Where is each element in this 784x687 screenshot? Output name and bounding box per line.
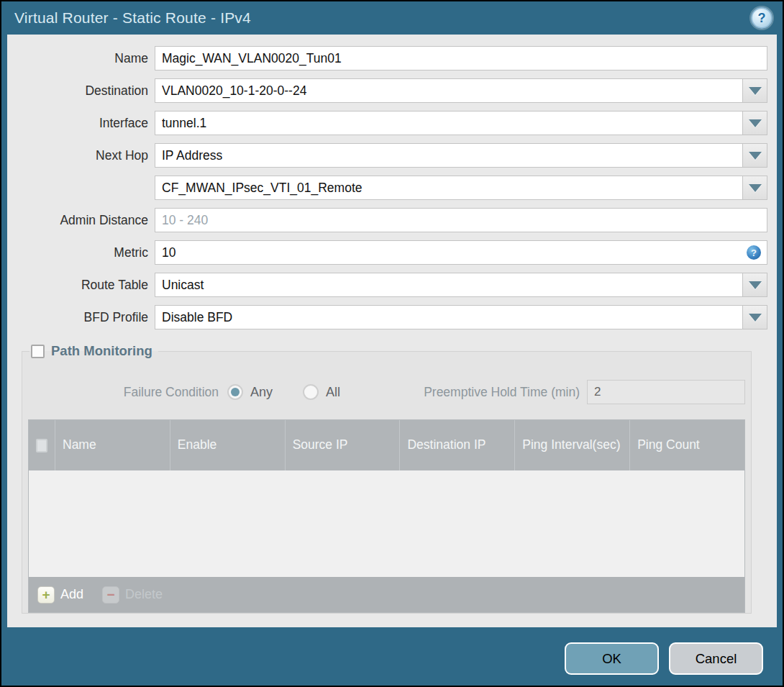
admin-distance-control xyxy=(155,208,767,232)
failure-condition-label: Failure Condition xyxy=(28,385,227,400)
table-header-select-cell xyxy=(29,420,55,470)
dialog-titlebar: Virtual Router - Static Route - IPv4 ? xyxy=(1,1,783,35)
ok-button[interactable]: OK xyxy=(565,642,659,675)
delete-button[interactable]: − Delete xyxy=(102,586,163,604)
destination-dropdown-button[interactable] xyxy=(743,78,767,103)
failure-any-radio[interactable] xyxy=(227,384,243,400)
admin-distance-input[interactable] xyxy=(155,208,767,232)
next-hop-type-input[interactable] xyxy=(155,143,743,168)
form-row-next-hop-address xyxy=(7,176,767,200)
add-button[interactable]: + Add xyxy=(37,586,83,604)
chevron-down-icon xyxy=(749,281,762,289)
cancel-button[interactable]: Cancel xyxy=(669,642,763,675)
table-body-empty xyxy=(29,470,744,577)
route-table-input[interactable] xyxy=(155,273,743,297)
table-header-name[interactable]: Name xyxy=(55,420,170,470)
metric-control: ? xyxy=(155,240,767,265)
name-label: Name xyxy=(7,51,155,66)
table-header-enable[interactable]: Enable xyxy=(170,420,285,470)
dialog-footer: OK Cancel xyxy=(1,627,783,686)
form-row-next-hop: Next Hop xyxy=(7,143,767,168)
path-monitoring-legend: Path Monitoring xyxy=(29,343,158,359)
dialog-title: Virtual Router - Static Route - IPv4 xyxy=(14,9,251,27)
help-icon[interactable]: ? xyxy=(751,7,772,29)
add-plus-icon: + xyxy=(37,586,55,604)
interface-dropdown-button[interactable] xyxy=(743,111,767,135)
form-row-name: Name xyxy=(7,46,767,70)
chevron-down-icon xyxy=(749,119,762,127)
add-button-label: Add xyxy=(60,587,83,602)
name-input[interactable] xyxy=(155,46,767,70)
form-row-route-table: Route Table xyxy=(7,273,767,297)
next-hop-address-control xyxy=(155,176,767,200)
form-row-bfd-profile: BFD Profile xyxy=(7,305,767,329)
failure-all-label: All xyxy=(326,385,340,400)
form-row-interface: Interface xyxy=(7,111,767,135)
chevron-down-icon xyxy=(749,87,762,95)
metric-input[interactable] xyxy=(155,240,767,265)
next-hop-dropdown-button[interactable] xyxy=(743,143,767,168)
admin-distance-label: Admin Distance xyxy=(7,213,155,228)
chevron-down-icon xyxy=(749,184,762,192)
metric-info-icon[interactable]: ? xyxy=(747,245,761,260)
destination-input[interactable] xyxy=(155,78,743,103)
next-hop-control xyxy=(155,143,767,168)
chevron-down-icon xyxy=(749,152,762,160)
form-row-metric: Metric ? xyxy=(7,240,767,265)
bfd-profile-input[interactable] xyxy=(155,305,743,329)
route-table-control xyxy=(155,273,767,297)
failure-option-any: Any xyxy=(227,384,273,400)
table-header-destination-ip[interactable]: Destination IP xyxy=(399,420,514,470)
table-header-source-ip[interactable]: Source IP xyxy=(285,420,400,470)
failure-any-label: Any xyxy=(250,385,273,400)
bfd-profile-control xyxy=(155,305,767,329)
path-monitoring-section: Path Monitoring Failure Condition Any Al… xyxy=(22,343,752,614)
form-row-destination: Destination xyxy=(7,78,767,103)
failure-condition-row: Failure Condition Any All Preemptive Hol… xyxy=(28,379,745,405)
path-monitoring-checkbox[interactable] xyxy=(31,345,45,358)
table-header-ping-interval[interactable]: Ping Interval(sec) xyxy=(514,420,629,470)
name-control xyxy=(155,46,767,70)
interface-input[interactable] xyxy=(155,111,743,135)
next-hop-address-dropdown-button[interactable] xyxy=(743,176,767,200)
bfd-profile-label: BFD Profile xyxy=(7,310,155,325)
table-footer: + Add − Delete xyxy=(29,577,744,612)
delete-minus-icon: − xyxy=(102,586,119,604)
dialog-frame: Virtual Router - Static Route - IPv4 ? N… xyxy=(0,0,784,687)
destination-label: Destination xyxy=(7,83,155,99)
form-row-admin-distance: Admin Distance xyxy=(7,208,767,232)
dialog-content: Name Destination Interface Next Hop xyxy=(7,35,777,627)
path-monitoring-title: Path Monitoring xyxy=(51,343,152,359)
bfd-profile-dropdown-button[interactable] xyxy=(743,305,767,329)
failure-option-all: All xyxy=(303,384,340,400)
preemptive-hold-time-input[interactable] xyxy=(587,380,745,404)
preemptive-hold-time-label: Preemptive Hold Time (min) xyxy=(424,385,587,400)
chevron-down-icon xyxy=(749,314,762,322)
metric-label: Metric xyxy=(7,245,155,260)
select-all-checkbox[interactable] xyxy=(36,439,47,452)
table-header-ping-count[interactable]: Ping Count xyxy=(629,420,744,470)
failure-all-radio[interactable] xyxy=(303,384,319,400)
next-hop-label: Next Hop xyxy=(7,148,155,163)
path-monitoring-table: Name Enable Source IP Destination IP Pin… xyxy=(28,419,745,613)
route-table-dropdown-button[interactable] xyxy=(743,273,767,297)
interface-label: Interface xyxy=(7,116,155,131)
delete-button-label: Delete xyxy=(125,587,163,602)
table-header: Name Enable Source IP Destination IP Pin… xyxy=(29,420,744,470)
interface-control xyxy=(155,111,767,135)
next-hop-address-input[interactable] xyxy=(155,176,743,200)
destination-control xyxy=(155,78,767,103)
route-table-label: Route Table xyxy=(7,278,155,293)
